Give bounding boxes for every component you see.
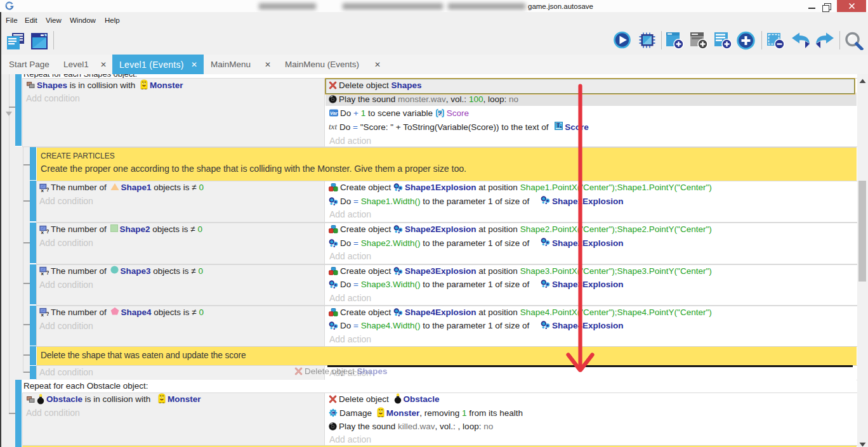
svg-text:x: x: [41, 271, 44, 275]
svg-text:Var: Var: [330, 110, 338, 116]
svg-text:?: ?: [46, 311, 49, 316]
svg-text:?: ?: [46, 186, 49, 192]
svg-text:?: ?: [46, 269, 49, 275]
svg-text:?: ?: [46, 228, 49, 234]
svg-text:x: x: [41, 312, 44, 316]
svg-text:x: x: [41, 187, 44, 191]
svg-text:x: x: [41, 229, 44, 233]
